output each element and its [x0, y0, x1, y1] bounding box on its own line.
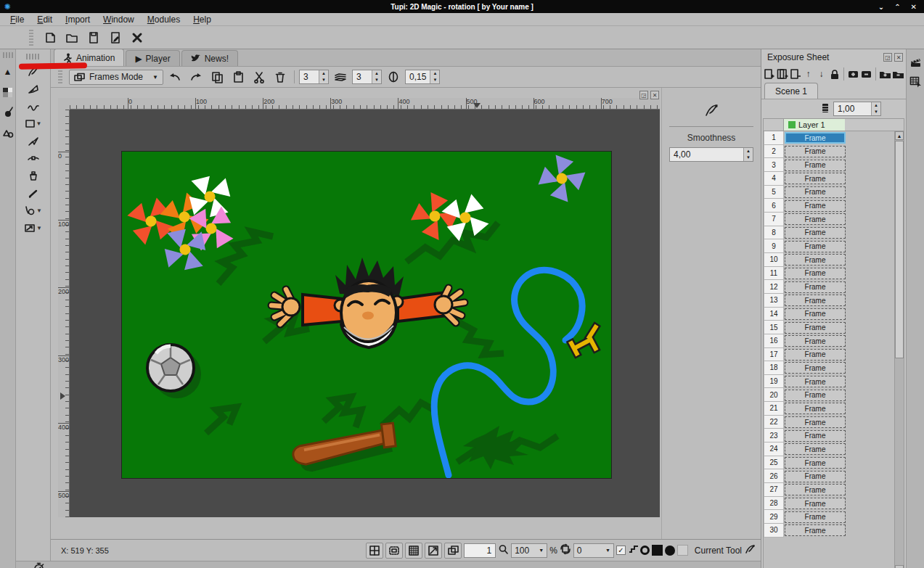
scroll-up-arrow[interactable]: ▲: [895, 131, 904, 140]
frame-row[interactable]: 15 Frame: [764, 321, 894, 334]
spin-up[interactable]: ▲: [744, 148, 753, 155]
optbar-grip[interactable]: [58, 70, 62, 83]
frame-cell[interactable]: Frame: [785, 241, 846, 252]
tween-tool[interactable]: ▼: [21, 220, 46, 236]
ink-tool[interactable]: [21, 81, 46, 97]
frame-cell[interactable]: Frame: [785, 511, 846, 523]
frame-row[interactable]: 7 Frame: [764, 213, 894, 226]
frame-cell[interactable]: Frame: [785, 335, 846, 347]
tab-news[interactable]: News!: [181, 50, 238, 66]
tab-scene-1[interactable]: Scene 1: [764, 83, 818, 99]
frame-row[interactable]: 16 Frame: [764, 334, 894, 348]
remove-scene-button[interactable]: [892, 67, 904, 81]
menu-window[interactable]: Window: [97, 14, 140, 25]
onion-opacity-icon[interactable]: [384, 67, 403, 86]
shapes-library-icon[interactable]: [1, 126, 15, 139]
frame-row[interactable]: 21 Frame: [764, 402, 894, 416]
close-button[interactable]: ✕: [911, 3, 917, 11]
rotation-select[interactable]: 0 ▼: [573, 543, 614, 558]
save-project-button[interactable]: [84, 28, 103, 47]
frame-row[interactable]: 10 Frame: [764, 253, 894, 267]
frame-cell[interactable]: Frame: [785, 362, 846, 374]
spin-up[interactable]: ▲: [372, 70, 381, 77]
frame-cell[interactable]: Frame: [785, 416, 846, 428]
opacity-spinbox[interactable]: 0,15 ▲▼: [405, 70, 440, 84]
frame-cell[interactable]: Frame: [785, 430, 846, 442]
frame-cell[interactable]: Frame: [785, 200, 846, 212]
frame-row[interactable]: 24 Frame: [764, 443, 894, 456]
node-edit-tool[interactable]: [21, 150, 46, 167]
tab-player[interactable]: ▶ Player: [126, 50, 179, 66]
exposure-scrollbar[interactable]: ▲ ▼: [894, 131, 904, 568]
spin-up[interactable]: ▲: [430, 70, 439, 77]
frame-row[interactable]: 30 Frame: [764, 524, 894, 538]
close-panel-icon[interactable]: ✕: [894, 53, 903, 62]
move-frame-down-button[interactable]: ↓: [815, 67, 827, 81]
spin-down[interactable]: ▼: [319, 77, 328, 83]
frame-cell[interactable]: Frame: [785, 295, 846, 306]
menu-help[interactable]: Help: [187, 14, 217, 25]
frame-row[interactable]: 4 Frame: [764, 172, 894, 186]
menu-file[interactable]: File: [4, 14, 30, 25]
layer-opacity-spinbox[interactable]: 1,00 ▲▼: [833, 102, 881, 116]
frame-cell[interactable]: Frame: [785, 213, 846, 225]
frame-row[interactable]: 29 Frame: [764, 510, 894, 524]
frame-cell[interactable]: Frame: [785, 443, 846, 455]
background-color-swatch[interactable]: [677, 545, 688, 556]
scenes-manager-icon[interactable]: [909, 55, 922, 68]
add-layer-button[interactable]: [847, 67, 859, 81]
fill-color-swatch[interactable]: [652, 545, 663, 556]
redo-button[interactable]: [187, 67, 205, 86]
toolbar-grip[interactable]: [29, 30, 33, 46]
spin-down[interactable]: ▼: [372, 77, 381, 83]
selection-tool[interactable]: [21, 133, 46, 149]
menu-import[interactable]: Import: [60, 14, 96, 25]
frame-row[interactable]: 25 Frame: [764, 456, 894, 470]
insert-frames-button[interactable]: [776, 67, 788, 81]
timer-icon[interactable]: [33, 562, 44, 568]
spin-down[interactable]: ▼: [744, 155, 753, 161]
remove-frame-button[interactable]: [789, 67, 801, 81]
tools-grip[interactable]: [26, 54, 41, 59]
save-as-button[interactable]: [106, 28, 125, 47]
close-panel-icon[interactable]: ✕: [650, 91, 659, 99]
delete-button[interactable]: [271, 67, 290, 86]
frame-row[interactable]: 3 Frame: [764, 158, 894, 172]
paste-button[interactable]: [229, 67, 248, 86]
frame-cell[interactable]: Frame: [785, 390, 846, 401]
frame-cell[interactable]: Frame: [785, 268, 846, 279]
onion-prev-spinbox[interactable]: 3 ▲▼: [352, 70, 382, 84]
frame-cell[interactable]: Frame: [785, 146, 846, 157]
frame-row[interactable]: 28 Frame: [764, 497, 894, 511]
frame-row[interactable]: 11 Frame: [764, 267, 894, 281]
frame-row[interactable]: 18 Frame: [764, 361, 894, 375]
exposure-sheet-icon[interactable]: [909, 75, 922, 89]
undo-button[interactable]: [165, 67, 184, 86]
insert-frame-button[interactable]: [763, 67, 775, 81]
frame-cell[interactable]: Frame: [785, 376, 846, 387]
scroll-thumb[interactable]: [895, 141, 904, 358]
onion-skin-icon[interactable]: [331, 67, 350, 86]
close-project-button[interactable]: [128, 28, 147, 47]
layer-header[interactable]: Layer 1: [784, 119, 845, 131]
zoom-select[interactable]: 100 ▼: [511, 543, 547, 558]
scroll-down-arrow[interactable]: ▼: [895, 565, 904, 568]
menu-modules[interactable]: Modules: [142, 14, 186, 25]
cut-button[interactable]: [250, 67, 269, 86]
frame-cell[interactable]: Frame: [785, 457, 846, 469]
frame-cell[interactable]: Frame: [785, 173, 846, 184]
frame-row[interactable]: 1 Frame: [764, 131, 894, 145]
rectangle-tool[interactable]: ▼: [21, 115, 46, 132]
frames-mode-select[interactable]: Frames Mode ▼: [69, 70, 163, 85]
frame-cell[interactable]: Frame: [785, 308, 846, 320]
frame-row[interactable]: 14 Frame: [764, 308, 894, 321]
dock-grip[interactable]: [3, 52, 13, 58]
drawing-canvas[interactable]: [122, 152, 611, 478]
line-squiggle-tool[interactable]: [21, 98, 46, 115]
minimize-button[interactable]: ⌄: [878, 3, 884, 11]
brush-tool[interactable]: [21, 185, 46, 202]
smoothness-spinbox[interactable]: 4,00 ▲▼: [669, 147, 753, 162]
full-screen-button[interactable]: [425, 543, 442, 559]
lock-frame-button[interactable]: [828, 67, 841, 81]
spin-up[interactable]: ▲: [872, 102, 880, 109]
